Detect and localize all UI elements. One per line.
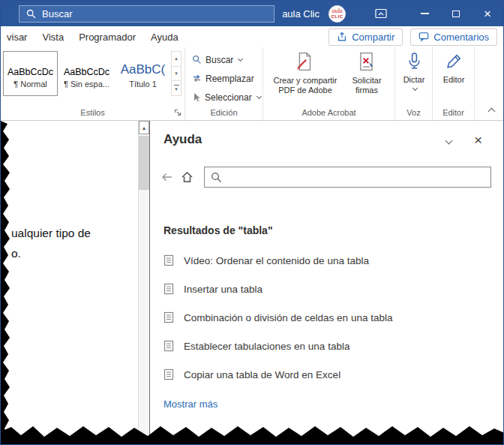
tab-programador[interactable]: Programador [79,32,136,43]
result-title: Combinación o división de celdas en una … [184,312,392,323]
result-title: Copiar una tabla de Word en Excel [184,369,340,380]
share-icon [337,32,347,42]
select-cursor-icon [192,92,201,102]
gallery-scroll-down-button[interactable]: ▾ [172,67,181,82]
create-pdf-label-line1: Crear y compartir [274,76,338,86]
style-card-sin-espaciado[interactable]: AaBbCcDc ¶ Sin espa... [59,51,114,96]
maximize-icon [452,11,460,17]
comment-icon [418,32,429,42]
edicion-group-label: Edición [210,108,237,117]
styles-gallery: AaBbCcDc ¶ Normal AaBbCcDc ¶ Sin espa...… [1,47,170,96]
help-result-item[interactable]: Copiar una tabla de Word en Excel [164,360,503,389]
create-pdf-button[interactable]: Crear y compartir PDF de Adobe [268,50,343,95]
show-more-link[interactable]: Mostrar más [164,398,503,410]
editor-button[interactable]: Editor [434,50,473,85]
help-back-button[interactable] [159,170,174,185]
search-icon [26,9,36,19]
chevron-down-icon [256,93,262,98]
help-result-item[interactable]: Combinación o división de celdas en una … [164,303,503,332]
collapse-ribbon-button[interactable] [488,104,494,117]
minimize-button[interactable] [409,1,440,26]
result-title: Establecer tabulaciones en una tabla [184,341,350,352]
article-icon [164,283,174,295]
replace-button[interactable]: Reemplazar [192,69,262,88]
request-signatures-icon [357,52,376,74]
help-search-box[interactable] [204,167,491,188]
word-window: Buscar aula Clic aula CLIC × visar Vista… [0,0,504,445]
content-area: ualquier tipo de o. ▴ Ayuda × [1,121,503,445]
help-pane-menu-button[interactable] [445,133,452,146]
help-result-item[interactable]: Establecer tabulaciones en una tabla [164,332,503,360]
voz-group-label: Voz [406,108,420,117]
results-heading: Resultados de "tabla" [164,224,503,236]
maximize-button[interactable] [440,1,472,26]
article-icon [164,340,174,352]
help-results: Resultados de "tabla" Vídeo: Ordenar el … [150,224,503,410]
adobe-acrobat-group: Crear y compartir PDF de Adobe Solicitar… [263,47,395,120]
back-arrow-icon [160,172,173,182]
styles-gallery-scroll: ▴ ▾ ▾ [171,51,182,96]
select-button[interactable]: Seleccionar [192,88,262,107]
chevron-down-icon [412,86,417,91]
aulaclic-logo: aula CLIC [328,5,346,23]
help-home-button[interactable] [179,170,194,185]
close-icon: × [484,8,491,20]
titlebar-search-label: Buscar [42,8,72,20]
home-icon [181,171,194,183]
search-icon [211,172,222,183]
dialog-launcher-icon [174,109,182,116]
comments-button[interactable]: Comentarios [410,29,497,46]
request-signatures-button[interactable]: Solicitar firmas [343,50,391,95]
style-card-titulo1[interactable]: AaBbC( Título 1 [116,51,170,96]
chevron-down-icon [445,137,452,145]
title-bar: Buscar aula Clic aula CLIC × [1,1,503,26]
editor-group-label: Editor [442,108,464,117]
microphone-icon [405,52,424,73]
editor-group: Editor Editor [433,47,475,120]
document-text: ualquier tipo de o. [11,223,91,263]
find-button[interactable]: Buscar [192,50,262,69]
document-area[interactable]: ualquier tipo de o. ▴ [1,121,150,445]
find-icon [192,55,202,65]
help-result-item[interactable]: Insertar una tabla [164,275,503,303]
replace-label: Reemplazar [206,74,254,84]
gallery-more-button[interactable]: ▾ [172,81,181,95]
help-result-item[interactable]: Vídeo: Ordenar el contenido de una tabla [164,246,503,275]
tab-ayuda[interactable]: Ayuda [151,32,178,43]
titlebar-search-box[interactable]: Buscar [19,5,274,23]
create-pdf-label-line2: PDF de Adobe [278,86,332,95]
titlebar-right: aula Clic aula CLIC × [282,1,503,26]
tab-revisar[interactable]: visar [7,32,27,43]
article-icon [164,254,174,266]
article-icon [164,368,174,380]
document-line: ualquier tipo de [11,223,91,243]
scroll-thumb[interactable] [139,136,149,190]
help-pane-close-button[interactable]: × [474,133,482,147]
close-button[interactable]: × [472,1,503,26]
editor-pencil-icon [445,52,464,73]
dictate-button[interactable]: Dictar [397,50,431,90]
doc-scrollbar[interactable]: ▴ [138,121,149,445]
select-label: Seleccionar [205,92,252,103]
request-signatures-label-line1: Solicitar [352,76,381,86]
results-list: Vídeo: Ordenar el contenido de una tabla… [164,246,503,389]
gallery-scroll-up-button[interactable]: ▴ [172,52,181,67]
minimize-icon [421,13,429,14]
ribbon-display-options-button[interactable] [365,1,397,26]
tab-vista[interactable]: Vista [42,32,64,43]
account-name[interactable]: aula Clic [282,8,320,20]
find-label: Buscar [206,55,233,65]
dictate-label: Dictar [404,75,425,85]
share-button[interactable]: Compartir [328,29,403,46]
help-header: Ayuda × [150,121,503,147]
chevron-down-icon [238,56,243,61]
gallery-more-icon [174,85,179,86]
styles-dialog-launcher[interactable] [174,108,182,119]
help-nav [159,167,491,188]
article-icon [164,311,174,323]
document-line: o. [11,243,91,263]
scroll-up-button[interactable]: ▴ [139,121,149,134]
help-search-input[interactable] [226,171,490,184]
edicion-group: Buscar Reemplazar Seleccionar Edición [185,47,263,120]
style-card-normal[interactable]: AaBbCcDc ¶ Normal [3,51,58,96]
